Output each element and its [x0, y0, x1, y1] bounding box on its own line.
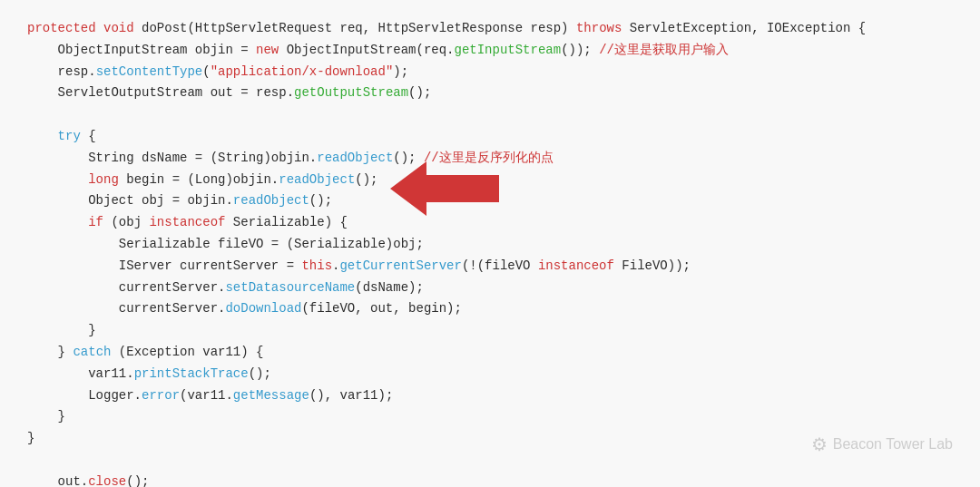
- code-line-15: }: [27, 320, 953, 342]
- code-line-17: var11.printStackTrace();: [27, 364, 953, 385]
- code-line-9: Object obj = objin.readObject();: [27, 190, 953, 212]
- code-line-18: Logger.error(var11.getMessage(), var11);: [27, 385, 953, 407]
- code-line-19: }: [27, 406, 953, 428]
- code-container: protected void doPost(HttpServletRequest…: [0, 0, 980, 487]
- code-line-12: IServer currentServer = this.getCurrentS…: [27, 256, 953, 278]
- code-line-1: protected void doPost(HttpServletRequest…: [27, 18, 953, 40]
- code-line-7: String dsName = (String)objin.readObject…: [27, 148, 953, 170]
- watermark: ⚙ Beacon Tower Lab: [811, 429, 953, 460]
- code-line-4: ServletOutputStream out = resp.getOutput…: [27, 83, 953, 104]
- watermark-icon: ⚙: [811, 429, 828, 460]
- code-line-22: out.close();: [27, 472, 953, 487]
- code-line-14: currentServer.doDownload(fileVO, out, be…: [27, 298, 953, 320]
- code-line-13: currentServer.setDatasourceName(dsName);: [27, 278, 953, 299]
- watermark-text: Beacon Tower Lab: [833, 432, 953, 456]
- code-line-10: if (obj instanceof Serializable) {: [27, 212, 953, 234]
- code-line-8: long begin = (Long)objin.readObject();: [27, 170, 953, 191]
- code-line-16: } catch (Exception var11) {: [27, 342, 953, 364]
- code-line-6: try {: [27, 126, 953, 148]
- code-line-2: ObjectInputStream objin = new ObjectInpu…: [27, 40, 953, 62]
- code-line-11: Serializable fileVO = (Serializable)obj;: [27, 234, 953, 256]
- code-line-3: resp.setContentType("application/x-downl…: [27, 62, 953, 83]
- code-line-5: [27, 104, 953, 126]
